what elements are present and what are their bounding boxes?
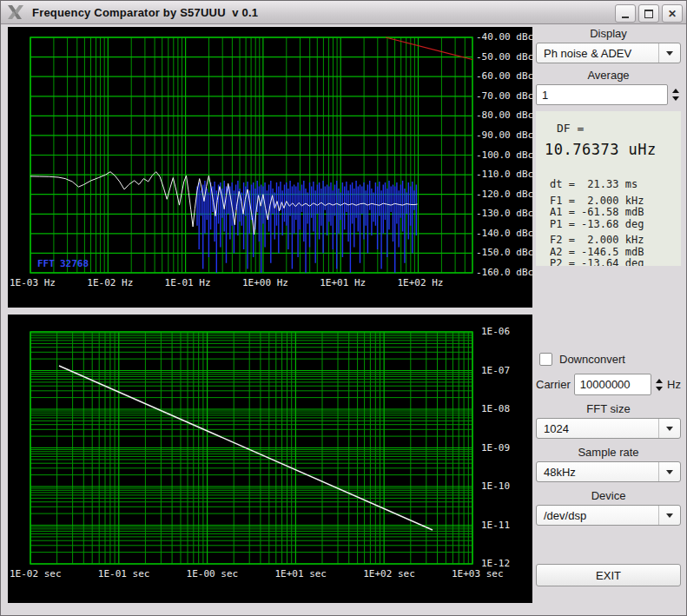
exit-button-label: EXIT: [596, 569, 621, 582]
average-spinner[interactable]: [670, 89, 681, 101]
axis-label: -50.00 dBc: [476, 51, 533, 63]
sample-rate-select[interactable]: 48kHz: [536, 461, 681, 482]
device-select[interactable]: /dev/dsp: [536, 505, 681, 526]
sample-rate-label: Sample rate: [536, 446, 681, 459]
info-line: P1 = -13.68 deg: [550, 219, 672, 231]
sample-rate-value: 48kHz: [544, 466, 658, 479]
display-label: Display: [536, 27, 681, 40]
axis-label: 1E+00 Hz: [242, 277, 288, 288]
average-value: 1: [542, 89, 548, 102]
spin-up-icon: [672, 89, 679, 93]
chevron-down-icon: [658, 462, 680, 481]
info-line: F1 = 2.000 kHz: [550, 195, 672, 208]
axis-label: 1E-00 sec: [187, 568, 239, 580]
device-value: /dev/dsp: [544, 509, 658, 522]
device-label: Device: [536, 489, 681, 502]
axis-label: -80.00 dBc: [476, 109, 533, 121]
axis-label: 1E+01 sec: [274, 568, 327, 580]
axis-label: 1E+02 Hz: [397, 277, 443, 288]
display-select-value: Ph noise & ADEV: [544, 47, 658, 60]
axis-label: -160.0 dBc: [476, 267, 533, 278]
axis-label: 1E+02 sec: [363, 568, 415, 580]
axis-label: -100.0 dBc: [476, 149, 533, 161]
axis-label: 1E-10: [481, 480, 510, 492]
axis-label: 1E+01 Hz: [320, 277, 366, 288]
info-line: A1 = -61.58 mdB: [550, 207, 672, 219]
fft-size-readout: 32768: [60, 258, 89, 269]
axis-label: -40.00 dBc: [476, 31, 533, 43]
window-title: Frequency Comparator by S57UUU v 0.1: [32, 6, 258, 19]
axis-label: -130.0 dBc: [476, 208, 533, 219]
carrier-spinner[interactable]: [654, 379, 664, 391]
axis-label: 1E-01 Hz: [165, 277, 211, 288]
measurement-readout: DF = 10.76373 uHz dt = 21.33 msF1 = 2.00…: [536, 111, 681, 266]
exit-button[interactable]: EXIT: [536, 564, 681, 586]
app-window: Frequency Comparator by S57UUU v 0.1 ✕ -…: [0, 0, 687, 616]
axis-label: 1E-06: [481, 326, 510, 337]
average-label: Average: [536, 69, 681, 82]
axis-label: 1E-11: [481, 520, 510, 531]
axis-label: -110.0 dBc: [476, 169, 533, 180]
axis-label: -120.0 dBc: [476, 189, 533, 200]
average-input[interactable]: 1: [536, 84, 668, 105]
axis-label: 1E-02 sec: [10, 568, 62, 580]
carrier-value: 10000000: [580, 378, 631, 391]
axis-label: -150.0 dBc: [476, 247, 533, 258]
measurement-lines: dt = 21.33 msF1 = 2.000 kHzA1 = -61.58 m…: [550, 179, 672, 266]
spin-up-icon: [656, 379, 663, 383]
carrier-input[interactable]: 10000000: [574, 374, 651, 395]
axis-label: 1E-01 sec: [98, 568, 150, 580]
carrier-unit-label: Hz: [667, 378, 681, 391]
carrier-row: Carrier 10000000 Hz: [536, 374, 681, 395]
fft-size-value: 1024: [544, 422, 658, 435]
carrier-label: Carrier: [536, 378, 571, 391]
x11-logo-icon: [6, 4, 25, 20]
minimize-button[interactable]: [615, 4, 636, 23]
control-panel: Display Ph noise & ADEV Average 1 DF = 1…: [536, 25, 681, 586]
df-label: DF =: [557, 122, 672, 135]
axis-label: -140.0 dBc: [476, 228, 533, 239]
chevron-down-icon: [658, 43, 680, 63]
info-line: P2 = -13.64 deg: [550, 258, 672, 266]
fft-size-select[interactable]: 1024: [536, 418, 681, 439]
adev-plot: 1E-061E-071E-081E-091E-101E-111E-121E-02…: [8, 315, 532, 603]
info-line: F2 = 2.000 kHz: [550, 235, 672, 247]
close-icon: ✕: [668, 9, 677, 19]
axis-label: -60.00 dBc: [476, 70, 533, 82]
axis-label: 1E-08: [481, 403, 510, 414]
axis-label: 1E+03 sec: [452, 568, 504, 580]
axis-label: 1E-02 Hz: [87, 277, 133, 288]
window-controls: ✕: [615, 4, 683, 23]
info-line: dt = 21.33 ms: [550, 179, 672, 191]
axis-label: -90.00 dBc: [476, 129, 533, 141]
maximize-icon: [644, 10, 653, 18]
chevron-down-icon: [658, 419, 680, 438]
fft-size-readout: FFT: [37, 258, 55, 269]
maximize-button[interactable]: [638, 4, 659, 23]
average-spin-row: 1: [536, 84, 681, 105]
axis-label: -70.00 dBc: [476, 90, 533, 102]
spin-down-icon: [672, 96, 679, 101]
info-line: A2 = -146.5 mdB: [550, 247, 672, 259]
display-select[interactable]: Ph noise & ADEV: [536, 43, 681, 63]
df-value: 10.76373 uHz: [545, 141, 672, 158]
spin-down-icon: [656, 387, 663, 391]
close-button[interactable]: ✕: [662, 4, 683, 23]
axis-label: 1E-07: [481, 365, 510, 376]
fft-size-label: FFT size: [536, 402, 681, 415]
downconvert-row: Downconvert: [539, 353, 681, 366]
titlebar: Frequency Comparator by S57UUU v 0.1 ✕: [1, 1, 687, 24]
phase-noise-plot: -40.00 dBc-50.00 dBc-60.00 dBc-70.00 dBc…: [8, 27, 532, 308]
minimize-icon: [622, 17, 629, 18]
downconvert-checkbox[interactable]: [539, 353, 552, 366]
chevron-down-icon: [658, 506, 680, 525]
axis-label: 1E-09: [481, 442, 510, 454]
downconvert-label: Downconvert: [559, 353, 625, 366]
axis-label: 1E-03 Hz: [10, 277, 56, 288]
